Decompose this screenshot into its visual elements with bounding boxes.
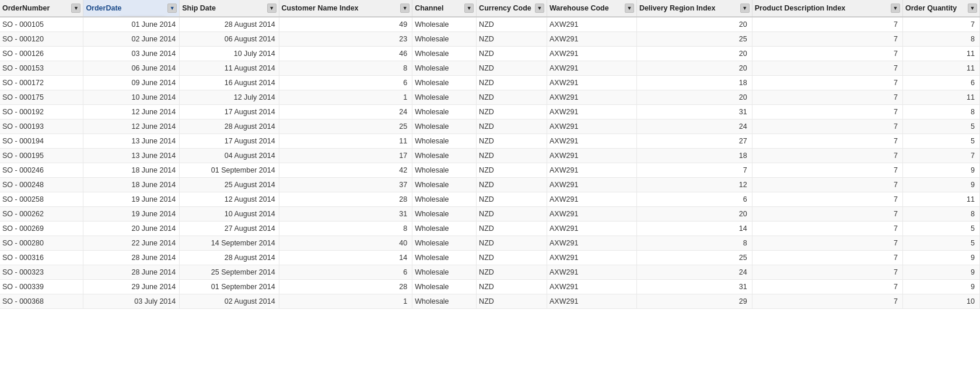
cell-channel: Wholesale — [412, 192, 477, 207]
table-row[interactable]: SO - 00019413 June 201417 August 201411W… — [0, 134, 980, 149]
cell-custname: 40 — [279, 236, 412, 251]
cell-orderqty: 5 — [903, 236, 980, 251]
cell-custname: 46 — [279, 47, 412, 61]
col-header-orderqty[interactable]: Order Quantity▼ — [903, 0, 980, 17]
cell-currency: NZD — [477, 178, 547, 192]
table-row[interactable]: SO - 00033929 June 201401 September 2014… — [0, 280, 980, 294]
col-header-ordernum[interactable]: OrderNumber▼ — [0, 0, 83, 17]
cell-orderqty: 11 — [903, 61, 980, 76]
cell-delreg: 25 — [636, 32, 752, 47]
cell-currency: NZD — [477, 207, 547, 222]
cell-ordernum: SO - 000192 — [0, 105, 83, 120]
cell-orderqty: 7 — [903, 17, 980, 32]
cell-orderdate: 18 June 2014 — [83, 163, 180, 178]
col-label-orderdate: OrderDate — [86, 4, 121, 12]
cell-ordernum: SO - 000368 — [0, 294, 83, 309]
table-row[interactable]: SO - 00012002 June 201406 August 201423W… — [0, 32, 980, 47]
cell-channel: Wholesale — [412, 105, 477, 120]
cell-shipdate: 14 September 2014 — [180, 236, 279, 251]
col-header-channel[interactable]: Channel▼ — [412, 0, 477, 17]
cell-shipdate: 11 August 2014 — [180, 61, 279, 76]
table-row[interactable]: SO - 00019212 June 201417 August 201424W… — [0, 105, 980, 120]
sort-btn-custname[interactable]: ▼ — [400, 3, 410, 13]
cell-currency: NZD — [477, 90, 547, 105]
table-row[interactable]: SO - 00019513 June 201404 August 201417W… — [0, 149, 980, 163]
sort-btn-proddesc[interactable]: ▼ — [891, 3, 900, 13]
cell-ordernum: SO - 000262 — [0, 207, 83, 222]
cell-orderdate: 01 June 2014 — [83, 17, 180, 32]
sort-btn-orderdate[interactable]: ▼ — [167, 3, 177, 13]
cell-shipdate: 01 September 2014 — [180, 163, 279, 178]
col-label-ordernum: OrderNumber — [2, 4, 50, 12]
cell-orderqty: 8 — [903, 32, 980, 47]
table-row[interactable]: SO - 00036803 July 201402 August 20141Wh… — [0, 294, 980, 309]
cell-proddesc: 7 — [752, 222, 902, 236]
table-row[interactable]: SO - 00031628 June 201428 August 201414W… — [0, 251, 980, 265]
cell-delreg: 12 — [636, 178, 752, 192]
cell-proddesc: 7 — [752, 76, 902, 90]
cell-custname: 31 — [279, 207, 412, 222]
sort-btn-orderqty[interactable]: ▼ — [968, 3, 977, 13]
cell-shipdate: 12 July 2014 — [180, 90, 279, 105]
table-row[interactable]: SO - 00010501 June 201428 August 201449W… — [0, 17, 980, 32]
cell-shipdate: 12 August 2014 — [180, 192, 279, 207]
cell-custname: 1 — [279, 294, 412, 309]
table-row[interactable]: SO - 00015306 June 201411 August 20148Wh… — [0, 61, 980, 76]
table-row[interactable]: SO - 00026219 June 201410 August 201431W… — [0, 207, 980, 222]
cell-currency: NZD — [477, 61, 547, 76]
cell-channel: Wholesale — [412, 265, 477, 280]
sort-btn-channel[interactable]: ▼ — [464, 3, 474, 13]
table-row[interactable]: SO - 00026920 June 201427 August 20148Wh… — [0, 222, 980, 236]
cell-orderqty: 11 — [903, 192, 980, 207]
cell-ordernum: SO - 000195 — [0, 149, 83, 163]
cell-currency: NZD — [477, 163, 547, 178]
sort-btn-ordernum[interactable]: ▼ — [71, 3, 80, 13]
cell-proddesc: 7 — [752, 294, 902, 309]
cell-ordernum: SO - 000193 — [0, 120, 83, 134]
table-row[interactable]: SO - 00024618 June 201401 September 2014… — [0, 163, 980, 178]
cell-proddesc: 7 — [752, 236, 902, 251]
cell-warehouse: AXW291 — [547, 294, 637, 309]
cell-warehouse: AXW291 — [547, 149, 637, 163]
data-table: OrderNumber▼OrderDate▼OrderDateShip Date… — [0, 0, 980, 309]
table-row[interactable]: SO - 00019312 June 201428 August 201425W… — [0, 120, 980, 134]
cell-orderqty: 11 — [903, 47, 980, 61]
cell-warehouse: AXW291 — [547, 61, 637, 76]
col-header-proddesc[interactable]: Product Description Index▼ — [752, 0, 902, 17]
cell-proddesc: 7 — [752, 178, 902, 192]
cell-orderqty: 6 — [903, 76, 980, 90]
cell-shipdate: 28 August 2014 — [180, 120, 279, 134]
col-header-shipdate[interactable]: Ship Date▼ — [180, 0, 279, 17]
cell-warehouse: AXW291 — [547, 192, 637, 207]
cell-orderdate: 29 June 2014 — [83, 280, 180, 294]
cell-currency: NZD — [477, 280, 547, 294]
cell-orderdate: 22 June 2014 — [83, 236, 180, 251]
cell-shipdate: 17 August 2014 — [180, 134, 279, 149]
cell-orderdate: 18 June 2014 — [83, 178, 180, 192]
sort-btn-shipdate[interactable]: ▼ — [267, 3, 276, 13]
table-row[interactable]: SO - 00017510 June 201412 July 20141Whol… — [0, 90, 980, 105]
col-header-custname[interactable]: Customer Name Index▼ — [279, 0, 412, 17]
table-row[interactable]: SO - 00024818 June 201425 August 201437W… — [0, 178, 980, 192]
table-row[interactable]: SO - 00025819 June 201412 August 201428W… — [0, 192, 980, 207]
cell-currency: NZD — [477, 76, 547, 90]
cell-ordernum: SO - 000323 — [0, 265, 83, 280]
cell-channel: Wholesale — [412, 251, 477, 265]
cell-delreg: 24 — [636, 265, 752, 280]
cell-orderdate: 02 June 2014 — [83, 32, 180, 47]
col-header-orderdate[interactable]: OrderDate▼OrderDate — [83, 0, 180, 17]
table-row[interactable]: SO - 00028022 June 201414 September 2014… — [0, 236, 980, 251]
col-header-currency[interactable]: Currency Code▼ — [477, 0, 547, 17]
cell-warehouse: AXW291 — [547, 163, 637, 178]
table-row[interactable]: SO - 00032328 June 201425 September 2014… — [0, 265, 980, 280]
table-row[interactable]: SO - 00017209 June 201416 August 20146Wh… — [0, 76, 980, 90]
cell-delreg: 25 — [636, 251, 752, 265]
col-header-delreg[interactable]: Delivery Region Index▼ — [636, 0, 752, 17]
col-header-warehouse[interactable]: Warehouse Code▼ — [547, 0, 637, 17]
table-row[interactable]: SO - 00012603 June 201410 July 201446Who… — [0, 47, 980, 61]
cell-orderdate: 19 June 2014 — [83, 192, 180, 207]
cell-shipdate: 04 August 2014 — [180, 149, 279, 163]
sort-btn-warehouse[interactable]: ▼ — [625, 3, 634, 13]
sort-btn-delreg[interactable]: ▼ — [740, 3, 750, 13]
sort-btn-currency[interactable]: ▼ — [535, 3, 544, 13]
